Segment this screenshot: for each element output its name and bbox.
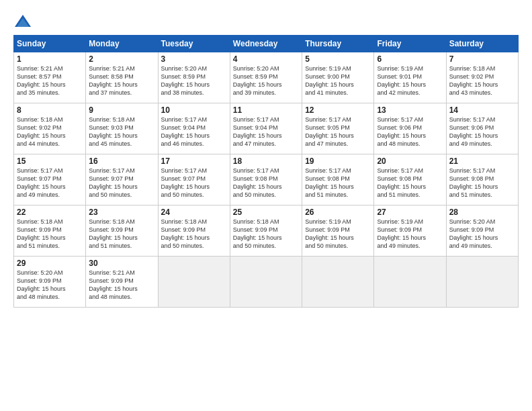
week-row: 8Sunrise: 5:18 AM Sunset: 9:02 PM Daylig… (14, 103, 519, 154)
day-info: Sunrise: 5:18 AM Sunset: 9:09 PM Dayligh… (17, 218, 83, 250)
day-cell: 1Sunrise: 5:21 AM Sunset: 8:57 PM Daylig… (14, 52, 86, 103)
day-cell: 16Sunrise: 5:17 AM Sunset: 9:07 PM Dayli… (86, 154, 158, 205)
day-info: Sunrise: 5:18 AM Sunset: 9:09 PM Dayligh… (233, 218, 299, 250)
day-info: Sunrise: 5:17 AM Sunset: 9:07 PM Dayligh… (17, 167, 83, 199)
day-cell: 12Sunrise: 5:17 AM Sunset: 9:05 PM Dayli… (302, 103, 374, 154)
day-info: Sunrise: 5:17 AM Sunset: 9:06 PM Dayligh… (377, 116, 443, 148)
day-cell: 15Sunrise: 5:17 AM Sunset: 9:07 PM Dayli… (14, 154, 86, 205)
col-header-monday: Monday (86, 36, 158, 52)
day-cell: 11Sunrise: 5:17 AM Sunset: 9:04 PM Dayli… (230, 103, 302, 154)
day-number: 7 (449, 54, 515, 64)
day-cell: 3Sunrise: 5:20 AM Sunset: 8:59 PM Daylig… (158, 52, 230, 103)
day-cell: 18Sunrise: 5:17 AM Sunset: 9:08 PM Dayli… (230, 154, 302, 205)
page: SundayMondayTuesdayWednesdayThursdayFrid… (0, 0, 532, 411)
day-info: Sunrise: 5:17 AM Sunset: 9:04 PM Dayligh… (161, 116, 227, 148)
week-row: 22Sunrise: 5:18 AM Sunset: 9:09 PM Dayli… (14, 205, 519, 257)
day-info: Sunrise: 5:20 AM Sunset: 8:59 PM Dayligh… (161, 64, 227, 97)
day-info: Sunrise: 5:18 AM Sunset: 9:03 PM Dayligh… (89, 116, 154, 148)
logo (13, 12, 35, 31)
empty-cell (302, 257, 374, 308)
day-cell: 26Sunrise: 5:19 AM Sunset: 9:09 PM Dayli… (302, 205, 374, 257)
day-info: Sunrise: 5:18 AM Sunset: 9:09 PM Dayligh… (161, 218, 227, 250)
day-info: Sunrise: 5:17 AM Sunset: 9:07 PM Dayligh… (89, 167, 154, 199)
day-info: Sunrise: 5:17 AM Sunset: 9:05 PM Dayligh… (305, 116, 371, 148)
day-number: 9 (89, 105, 154, 115)
week-row: 15Sunrise: 5:17 AM Sunset: 9:07 PM Dayli… (14, 154, 519, 205)
col-header-sunday: Sunday (14, 36, 86, 52)
day-cell: 7Sunrise: 5:18 AM Sunset: 9:02 PM Daylig… (446, 52, 518, 103)
day-number: 12 (305, 105, 371, 115)
day-cell: 20Sunrise: 5:17 AM Sunset: 9:08 PM Dayli… (374, 154, 446, 205)
day-cell: 14Sunrise: 5:17 AM Sunset: 9:06 PM Dayli… (446, 103, 518, 154)
empty-cell (446, 257, 518, 308)
empty-cell (158, 257, 230, 308)
day-number: 4 (233, 54, 299, 64)
day-number: 26 (305, 208, 371, 217)
day-info: Sunrise: 5:19 AM Sunset: 9:09 PM Dayligh… (377, 218, 443, 250)
day-number: 25 (233, 208, 299, 217)
day-cell: 4Sunrise: 5:20 AM Sunset: 8:59 PM Daylig… (230, 52, 302, 103)
day-number: 28 (449, 208, 515, 217)
day-cell: 27Sunrise: 5:19 AM Sunset: 9:09 PM Dayli… (374, 205, 446, 257)
day-info: Sunrise: 5:20 AM Sunset: 8:59 PM Dayligh… (233, 64, 299, 97)
day-cell: 30Sunrise: 5:21 AM Sunset: 9:09 PM Dayli… (86, 257, 158, 308)
day-cell: 13Sunrise: 5:17 AM Sunset: 9:06 PM Dayli… (374, 103, 446, 154)
day-info: Sunrise: 5:18 AM Sunset: 9:02 PM Dayligh… (449, 64, 515, 97)
day-cell: 8Sunrise: 5:18 AM Sunset: 9:02 PM Daylig… (14, 103, 86, 154)
day-number: 27 (377, 208, 443, 217)
day-number: 3 (161, 54, 227, 64)
day-info: Sunrise: 5:20 AM Sunset: 9:09 PM Dayligh… (17, 269, 83, 302)
day-number: 21 (449, 156, 515, 166)
day-cell: 25Sunrise: 5:18 AM Sunset: 9:09 PM Dayli… (230, 205, 302, 257)
day-info: Sunrise: 5:17 AM Sunset: 9:08 PM Dayligh… (233, 167, 299, 199)
day-cell: 2Sunrise: 5:21 AM Sunset: 8:58 PM Daylig… (86, 52, 158, 103)
day-info: Sunrise: 5:17 AM Sunset: 9:04 PM Dayligh… (233, 116, 299, 148)
day-cell: 10Sunrise: 5:17 AM Sunset: 9:04 PM Dayli… (158, 103, 230, 154)
day-number: 13 (377, 105, 443, 115)
day-info: Sunrise: 5:21 AM Sunset: 9:09 PM Dayligh… (89, 269, 154, 302)
day-info: Sunrise: 5:17 AM Sunset: 9:08 PM Dayligh… (449, 167, 515, 199)
day-cell: 23Sunrise: 5:18 AM Sunset: 9:09 PM Dayli… (86, 205, 158, 257)
day-info: Sunrise: 5:19 AM Sunset: 9:09 PM Dayligh… (305, 218, 371, 250)
day-info: Sunrise: 5:21 AM Sunset: 8:58 PM Dayligh… (89, 64, 154, 97)
day-number: 20 (377, 156, 443, 166)
empty-cell (230, 257, 302, 308)
day-info: Sunrise: 5:17 AM Sunset: 9:08 PM Dayligh… (305, 167, 371, 199)
day-info: Sunrise: 5:18 AM Sunset: 9:02 PM Dayligh… (17, 116, 83, 148)
day-cell: 22Sunrise: 5:18 AM Sunset: 9:09 PM Dayli… (14, 205, 86, 257)
header (13, 12, 519, 31)
day-number: 11 (233, 105, 299, 115)
day-number: 2 (89, 54, 154, 64)
day-info: Sunrise: 5:21 AM Sunset: 8:57 PM Dayligh… (17, 64, 83, 97)
day-cell: 19Sunrise: 5:17 AM Sunset: 9:08 PM Dayli… (302, 154, 374, 205)
day-number: 1 (17, 54, 83, 64)
day-cell: 9Sunrise: 5:18 AM Sunset: 9:03 PM Daylig… (86, 103, 158, 154)
day-info: Sunrise: 5:17 AM Sunset: 9:08 PM Dayligh… (377, 167, 443, 199)
day-info: Sunrise: 5:19 AM Sunset: 9:01 PM Dayligh… (377, 64, 443, 97)
day-info: Sunrise: 5:19 AM Sunset: 9:00 PM Dayligh… (305, 64, 371, 97)
col-header-thursday: Thursday (302, 36, 374, 52)
day-number: 8 (17, 105, 83, 115)
calendar-table: SundayMondayTuesdayWednesdayThursdayFrid… (13, 35, 519, 308)
day-number: 30 (89, 259, 154, 268)
day-cell: 29Sunrise: 5:20 AM Sunset: 9:09 PM Dayli… (14, 257, 86, 308)
day-cell: 5Sunrise: 5:19 AM Sunset: 9:00 PM Daylig… (302, 52, 374, 103)
empty-cell (374, 257, 446, 308)
day-number: 14 (449, 105, 515, 115)
logo-icon (13, 12, 32, 31)
col-header-friday: Friday (374, 36, 446, 52)
day-number: 15 (17, 156, 83, 166)
col-header-wednesday: Wednesday (230, 36, 302, 52)
day-cell: 6Sunrise: 5:19 AM Sunset: 9:01 PM Daylig… (374, 52, 446, 103)
day-cell: 21Sunrise: 5:17 AM Sunset: 9:08 PM Dayli… (446, 154, 518, 205)
day-cell: 24Sunrise: 5:18 AM Sunset: 9:09 PM Dayli… (158, 205, 230, 257)
day-number: 10 (161, 105, 227, 115)
day-number: 16 (89, 156, 154, 166)
day-number: 6 (377, 54, 443, 64)
day-number: 18 (233, 156, 299, 166)
day-info: Sunrise: 5:18 AM Sunset: 9:09 PM Dayligh… (89, 218, 154, 250)
day-cell: 28Sunrise: 5:20 AM Sunset: 9:09 PM Dayli… (446, 205, 518, 257)
day-number: 22 (17, 208, 83, 217)
day-number: 5 (305, 54, 371, 64)
col-header-saturday: Saturday (446, 36, 518, 52)
